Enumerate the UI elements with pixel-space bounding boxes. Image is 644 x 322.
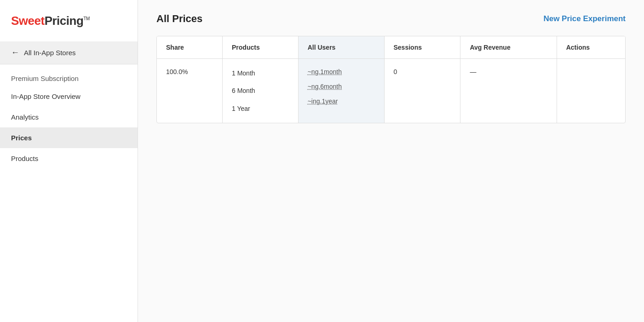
page-title: All Prices <box>156 13 202 25</box>
product-1month: 1 Month <box>232 68 289 78</box>
table-header-row: Share Products All Users Sessions Avg Re… <box>157 36 625 59</box>
logo-sweet: Sweet <box>11 14 45 28</box>
all-users-link-1month[interactable]: ~ng.1month <box>308 68 375 75</box>
cell-avg-revenue: — <box>460 59 557 123</box>
sidebar-item-prices[interactable]: Prices <box>0 127 138 148</box>
share-value: 100.0% <box>166 68 188 75</box>
product-1year: 1 Year <box>232 104 289 114</box>
cell-all-users: ~ng.1month ~ng.6month ~ing.1year <box>298 59 384 123</box>
table-body: 100.0% 1 Month 6 Month 1 Year ~ng.1month… <box>157 59 625 123</box>
sidebar-item-analytics[interactable]: Analytics <box>0 107 138 127</box>
avg-revenue-value: — <box>470 68 476 75</box>
sidebar-section-label: Premium Subscription <box>0 64 138 86</box>
table-header: Share Products All Users Sessions Avg Re… <box>157 36 625 59</box>
sidebar: SweetPricingTM ← All In-App Stores Premi… <box>0 0 138 322</box>
all-users-link-6month[interactable]: ~ng.6month <box>308 83 375 90</box>
back-nav-label: All In-App Stores <box>24 49 76 57</box>
cell-products: 1 Month 6 Month 1 Year <box>223 59 299 123</box>
logo-pricing: Pricing <box>45 14 84 28</box>
all-users-link-1year[interactable]: ~ing.1year <box>308 98 375 105</box>
sessions-value: 0 <box>394 68 397 75</box>
col-header-all-users: All Users <box>298 36 384 59</box>
cell-actions <box>557 59 625 123</box>
col-header-sessions: Sessions <box>384 36 460 59</box>
col-header-avg-revenue: Avg Revenue <box>460 36 557 59</box>
back-arrow-icon: ← <box>11 48 19 58</box>
logo-tm: TM <box>83 16 89 21</box>
col-header-actions: Actions <box>557 36 625 59</box>
cell-share: 100.0% <box>157 59 223 123</box>
logo: SweetPricingTM <box>11 14 90 28</box>
col-header-share: Share <box>157 36 223 59</box>
logo-area: SweetPricingTM <box>0 0 138 41</box>
sidebar-item-products[interactable]: Products <box>0 148 138 169</box>
new-price-experiment-button[interactable]: New Price Experiment <box>543 14 626 23</box>
back-nav[interactable]: ← All In-App Stores <box>0 41 138 64</box>
prices-table: Share Products All Users Sessions Avg Re… <box>156 36 626 123</box>
table-row: 100.0% 1 Month 6 Month 1 Year ~ng.1month… <box>157 59 625 123</box>
col-header-products: Products <box>223 36 299 59</box>
main-content: All Prices New Price Experiment Share Pr… <box>138 0 644 322</box>
cell-sessions: 0 <box>384 59 460 123</box>
prices-data-table: Share Products All Users Sessions Avg Re… <box>157 36 625 123</box>
sidebar-item-in-app-store-overview[interactable]: In-App Store Overview <box>0 86 138 107</box>
main-header: All Prices New Price Experiment <box>138 0 644 36</box>
product-6month: 6 Month <box>232 86 289 96</box>
